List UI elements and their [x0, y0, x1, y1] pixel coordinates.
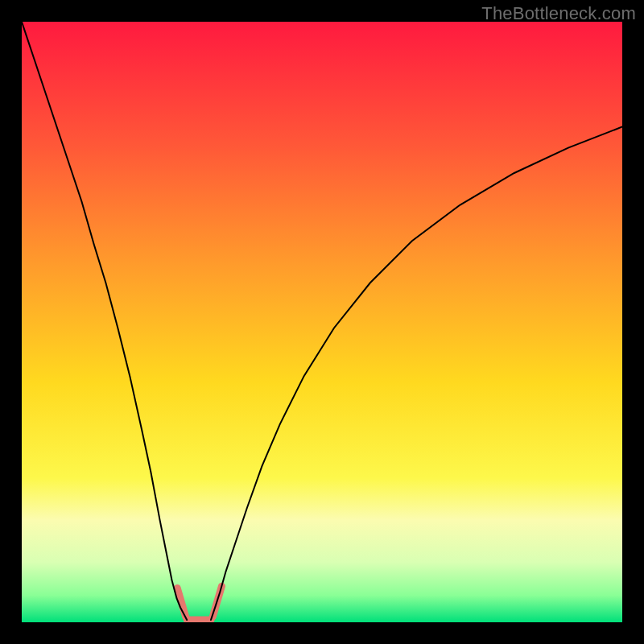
- plot-area: [22, 22, 622, 622]
- chart-svg: [22, 22, 622, 622]
- outer-frame: TheBottleneck.com: [0, 0, 644, 644]
- gradient-background: [22, 22, 622, 622]
